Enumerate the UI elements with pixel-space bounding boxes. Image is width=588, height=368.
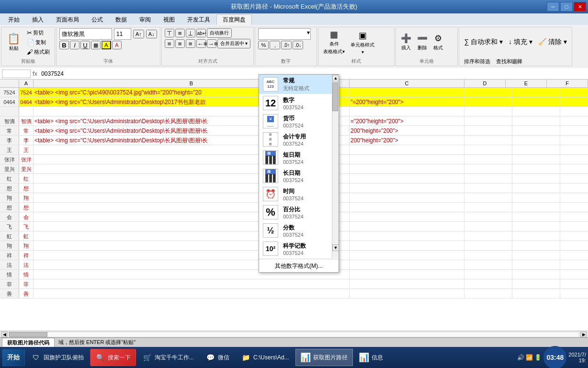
cell-a[interactable]: 王 xyxy=(19,145,34,154)
cell-e[interactable] xyxy=(512,126,560,135)
cell-a[interactable]: 李 xyxy=(19,136,34,145)
cell-d[interactable] xyxy=(464,107,512,116)
h-scrollbar[interactable]: ◀ ▶ xyxy=(0,331,588,337)
cell-e[interactable] xyxy=(512,107,560,116)
cell-c[interactable] xyxy=(350,212,464,221)
format-item-currency[interactable]: ¥___货币0037524 xyxy=(259,112,339,130)
align-bottom-button[interactable]: ⊥ xyxy=(186,29,195,37)
table-row[interactable]: 菲菲 xyxy=(0,279,588,289)
maximize-btn[interactable]: □ xyxy=(560,2,573,12)
cell-a[interactable]: 善 xyxy=(19,289,34,298)
cell-a[interactable]: 飞 xyxy=(19,222,34,231)
bold-button[interactable]: B xyxy=(59,41,69,49)
taskbar-item-1[interactable]: 🔍 搜索一下 xyxy=(90,349,136,366)
cell-c[interactable] xyxy=(350,260,464,269)
cell-e[interactable] xyxy=(512,136,560,145)
tab-page-layout[interactable]: 页面布局 xyxy=(50,14,85,25)
cell-a[interactable]: 7524 xyxy=(19,88,34,97)
cell-e[interactable] xyxy=(512,270,560,279)
cell-d[interactable] xyxy=(464,251,512,260)
increase-font-button[interactable]: A↑ xyxy=(133,30,144,38)
cell-c[interactable]: 200"height="200"> xyxy=(350,126,464,135)
dropdown-scrollbar[interactable]: ▲ ▼ xyxy=(332,75,339,258)
cell-a[interactable]: 0464 xyxy=(19,97,34,106)
cell-a[interactable] xyxy=(19,107,34,116)
delete-button[interactable]: ➖ 删除 xyxy=(415,28,430,56)
cell-a[interactable]: 张洋 xyxy=(19,155,34,164)
cell-c[interactable] xyxy=(350,279,464,288)
align-left-button[interactable]: ≡ xyxy=(165,39,174,48)
cell-c[interactable] xyxy=(350,270,464,279)
align-top-button[interactable]: ⊤ xyxy=(165,29,174,37)
cell-d[interactable] xyxy=(464,164,512,173)
italic-button[interactable]: I xyxy=(70,41,79,49)
cell-a[interactable]: 里兴 xyxy=(19,164,34,173)
cell-d[interactable] xyxy=(464,222,512,231)
taskbar-item-5[interactable]: 📊 获取图片路径 xyxy=(295,349,353,366)
decrease-decimal-button[interactable]: .0↓ xyxy=(293,41,303,49)
format-item-time[interactable]: ⏰时间0037524 xyxy=(259,185,339,203)
cell-d[interactable] xyxy=(464,260,512,269)
cell-e[interactable] xyxy=(512,88,560,97)
cell-c[interactable]: 200"height="200"> xyxy=(350,136,464,145)
cell-a[interactable]: 祥 xyxy=(19,251,34,260)
cell-d[interactable] xyxy=(464,289,512,298)
cut-button[interactable]: ✂剪切 xyxy=(25,28,52,37)
format-item-accounting[interactable]: ≡≡≡会计专用0037524 xyxy=(259,130,339,149)
format-item-general[interactable]: ABC123常规无特定格式 xyxy=(259,75,339,94)
cell-c[interactable] xyxy=(350,88,464,97)
taskbar-item-0[interactable]: 🛡 国旗护卫队俯拍 xyxy=(26,349,89,366)
cell-d[interactable] xyxy=(464,279,512,288)
scroll-down-arrow[interactable]: ▼ xyxy=(332,244,339,251)
cell-e[interactable] xyxy=(512,145,560,154)
tab-dev[interactable]: 开发工具 xyxy=(181,14,216,25)
cell-d[interactable] xyxy=(464,241,512,250)
cell-c[interactable] xyxy=(350,222,464,231)
cell-d[interactable] xyxy=(464,193,512,202)
taskbar-item-6[interactable]: 📊 信息 xyxy=(354,349,388,366)
cell-a[interactable]: 虹 xyxy=(19,231,34,241)
tab-review[interactable]: 审阅 xyxy=(133,14,157,25)
cell-d[interactable] xyxy=(464,270,512,279)
copy-button[interactable]: 📄复制 xyxy=(25,38,52,46)
cell-c[interactable] xyxy=(350,155,464,164)
tab-formula[interactable]: 公式 xyxy=(85,14,109,25)
cell-a[interactable]: 智滴 xyxy=(19,116,34,126)
auto-sum-button[interactable]: ∑ 自动求和 ▾ xyxy=(462,28,505,56)
tab-baidu[interactable]: 百度网盘 xyxy=(216,14,252,25)
format-painter-button[interactable]: 🖌格式刷 xyxy=(25,47,52,56)
cell-c[interactable] xyxy=(350,107,464,116)
align-right-button[interactable]: ≡ xyxy=(186,39,195,48)
cell-d[interactable] xyxy=(464,212,512,221)
scroll-thumb[interactable] xyxy=(332,82,338,111)
cell-e[interactable] xyxy=(512,184,560,193)
paste-button[interactable]: 📋 粘贴 xyxy=(4,31,23,54)
cell-d[interactable] xyxy=(464,145,512,154)
indent-inc-button[interactable]: →≡ xyxy=(207,39,216,48)
cell-c[interactable]: ="200"height="200"> xyxy=(350,116,464,126)
cell-e[interactable] xyxy=(512,279,560,288)
cell-c[interactable] xyxy=(350,164,464,173)
cell-d[interactable] xyxy=(464,136,512,145)
cell-d[interactable] xyxy=(464,174,512,183)
cell-c[interactable] xyxy=(350,145,464,154)
border-button[interactable]: ▦ xyxy=(91,41,101,49)
font-name-input[interactable] xyxy=(59,28,112,40)
cell-d[interactable] xyxy=(464,184,512,193)
cell-styles-button[interactable]: ▣ 单元格样式▾ xyxy=(349,28,376,56)
cell-c[interactable] xyxy=(350,193,464,202)
cell-d[interactable] xyxy=(464,97,512,106)
cell-d[interactable] xyxy=(464,203,512,212)
cell-a[interactable]: 常 xyxy=(19,126,34,135)
cell-e[interactable] xyxy=(512,155,560,164)
font-color-button[interactable]: A xyxy=(112,41,122,49)
comma-style-button[interactable]: , xyxy=(270,41,280,49)
clear-button[interactable]: 🧹 清除 ▾ xyxy=(536,28,569,56)
cell-e[interactable] xyxy=(512,174,560,183)
cell-d[interactable] xyxy=(464,231,512,241)
cell-c[interactable] xyxy=(350,174,464,183)
cell-c[interactable] xyxy=(350,241,464,250)
cell-a[interactable]: 翔 xyxy=(19,193,34,202)
percent-style-button[interactable]: % xyxy=(258,41,269,49)
cell-a[interactable]: 法 xyxy=(19,260,34,269)
